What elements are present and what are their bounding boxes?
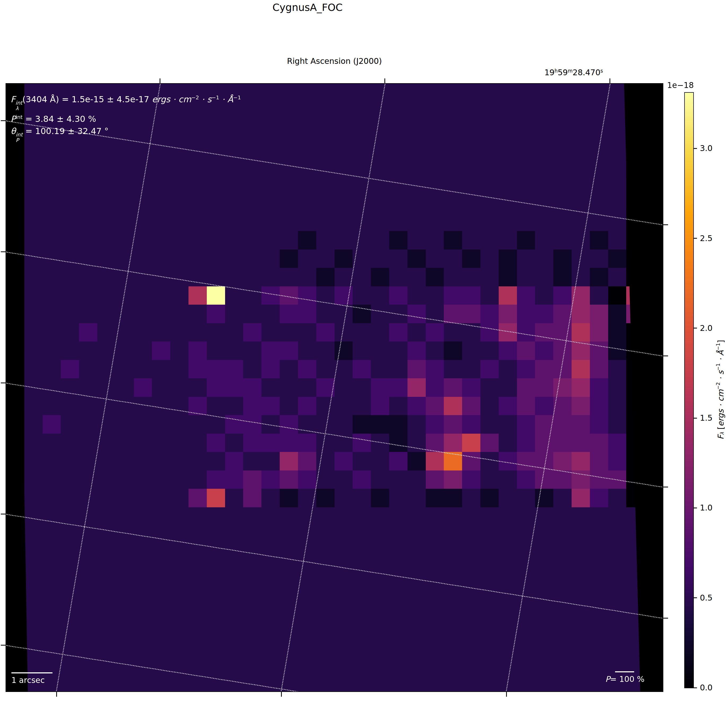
angle-value: = 100.19 ± 32.47 ° — [23, 126, 108, 136]
annotation-box: Fintλ(3404 Å) = 1.5e-15 ± 4.5e-17 ergs ·… — [11, 92, 241, 143]
colorbar-tick-label: 2.0 — [700, 323, 713, 333]
left-axis-tick — [1, 251, 6, 252]
ra-minutes-unit: m — [568, 68, 573, 74]
x-axis-label: Right Ascension (J2000) — [6, 56, 663, 66]
annotation-flux: Fintλ(3404 Å) = 1.5e-15 ± 4.5e-17 ergs ·… — [11, 92, 241, 111]
ra-hours: 19 — [545, 68, 555, 77]
colorbar-tick-label: 0.5 — [700, 593, 713, 603]
top-axis-tick — [610, 78, 610, 83]
colorbar-tick-label: 2.5 — [700, 234, 713, 243]
colorbar-gradient-canvas — [685, 93, 693, 688]
ra-minutes: 59 — [558, 68, 568, 77]
colorbar-axis-label: Fλ [ergs · cm−2 · s−1 · Å−1] — [713, 92, 728, 687]
bottom-axis-tick — [506, 692, 507, 697]
ra-seconds-unit: s — [601, 68, 603, 74]
bottom-axis-tick — [56, 692, 57, 697]
bottom-axis-tick — [281, 692, 282, 697]
colorbar-tick-label: 3.0 — [700, 144, 713, 153]
flux-value: (3404 Å) = 1.5e-15 ± 4.5e-17 — [22, 94, 152, 104]
polarization-scalebar-label: P= 100 % — [605, 675, 644, 684]
angle-symbol: θ — [11, 126, 16, 136]
arcsec-scalebar-line — [12, 672, 52, 673]
annotation-angle: θintP = 100.19 ± 32.47 ° — [11, 125, 241, 143]
left-axis-tick — [1, 645, 6, 646]
left-axis-tick — [1, 120, 6, 121]
flux-units: ergs · cm−2 · s−1 · Å−1 — [152, 94, 241, 104]
top-axis-tick — [384, 78, 385, 83]
colorbar-tick-label: 1.0 — [700, 503, 713, 512]
colorbar — [684, 92, 694, 688]
colorbar-tick-label: 0.0 — [700, 683, 713, 692]
pol-value: = 3.84 ± 4.30 % — [23, 114, 96, 124]
figure-title: CygnusA_FOC — [0, 1, 615, 13]
colorbar-tick-mark — [693, 688, 697, 688]
top-axis-tick — [160, 78, 160, 83]
flux-heatmap-canvas — [6, 84, 663, 691]
right-axis-tick — [663, 487, 668, 487]
colorbar-tick-label: 1.5 — [700, 413, 713, 422]
colorbar-tick-mark — [693, 328, 697, 329]
colorbar-tick-mark — [693, 238, 697, 239]
colorbar-tick-mark — [693, 597, 697, 598]
right-axis-tick — [663, 224, 668, 225]
angle-supsub: intP — [16, 132, 23, 143]
image-plot-area: Fintλ(3404 Å) = 1.5e-15 ± 4.5e-17 ergs ·… — [6, 83, 663, 692]
left-axis-tick — [1, 514, 6, 515]
flux-symbol: F — [11, 94, 15, 104]
left-axis-tick — [1, 382, 6, 383]
figure-cygnusa-foc: CygnusA_FOC Right Ascension (J2000) 19h5… — [0, 0, 728, 702]
flux-supsub: intλ — [15, 100, 22, 111]
colorbar-tick-mark — [693, 148, 697, 149]
ra-seconds: 28.470 — [573, 68, 601, 77]
colorbar-offset-label: 1e−18 — [662, 81, 694, 90]
right-axis-tick — [663, 356, 668, 356]
ra-hours-unit: h — [555, 68, 558, 74]
colorbar-tick-mark — [693, 418, 697, 418]
pol-symbol: P — [11, 114, 16, 124]
polarization-scalebar-line — [615, 671, 634, 672]
annotation-polarization: Pint = 3.84 ± 4.30 % — [11, 111, 241, 125]
ra-tick-label: 19h59m28.470s — [521, 68, 627, 77]
arcsec-scalebar-label: 1 arcsec — [12, 676, 45, 685]
colorbar-tick-mark — [693, 507, 697, 508]
right-axis-tick — [663, 618, 668, 618]
